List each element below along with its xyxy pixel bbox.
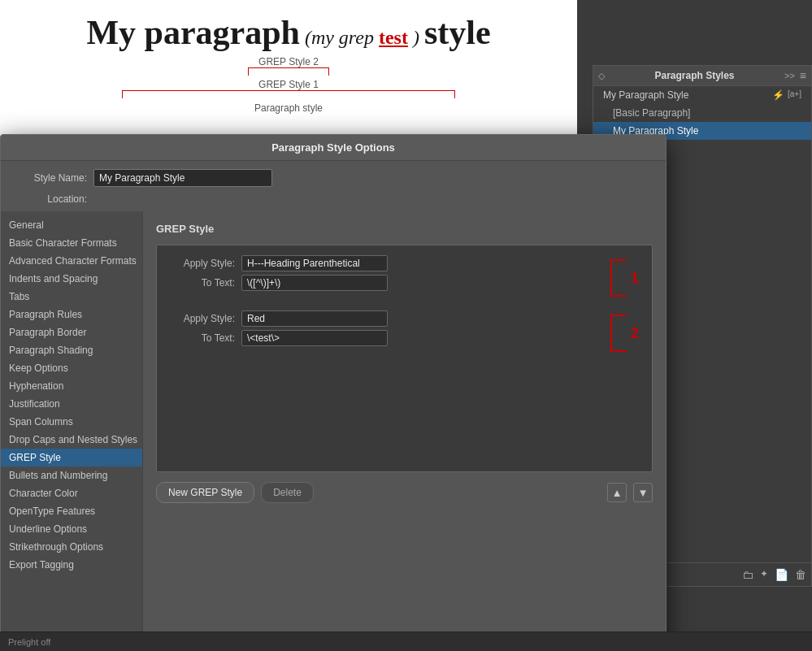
dialog-sidebar: General Basic Character Formats Advanced… [1,211,143,634]
grep-style-1-label: GREP Style 1 [258,79,319,90]
sidebar-item-paragraph-rules[interactable]: Paragraph Rules [1,306,142,323]
canvas-title-test: test [379,26,408,50]
sidebar-item-keep-options[interactable]: Keep Options [1,359,142,377]
move-up-button[interactable]: ▲ [607,483,627,502]
style-name-input[interactable] [93,169,272,187]
canvas-area: My paragraph (my grep test ) style GREP … [0,0,577,138]
panel-expand-icon[interactable]: >> [784,71,795,80]
bracket-number-1: 1 [631,270,639,287]
grep-style-2-label: GREP Style 2 [258,56,319,67]
grep-style-section-title: GREP Style [156,223,653,235]
apply-style-label-2: Apply Style: [170,313,235,324]
grep-entry-1: Apply Style: H---Heading Parenthetical T… [170,255,639,297]
panel-folder-icon[interactable]: 🗀 [742,568,753,581]
panel-items: My Paragraph Style [a+] ⚡ [Basic Paragra… [593,86,811,140]
down-arrow-icon: ▼ [637,487,648,499]
to-text-value-1[interactable]: \([^\)]+\) [241,275,388,291]
sidebar-item-export-tagging[interactable]: Export Tagging [1,556,142,574]
apply-style-label-1: Apply Style: [170,258,235,269]
grep-entry-2: Apply Style: Red To Text: \<test\> [170,310,639,353]
sidebar-item-advanced-character-formats[interactable]: Advanced Character Formats [1,252,142,270]
canvas-title-prefix: My paragraph [86,12,300,53]
style-name-label: Style Name: [14,172,87,184]
bottom-bar-text: Prelight off [8,637,50,647]
style-name-row: Style Name: [14,169,653,187]
delete-button[interactable]: Delete [261,482,314,503]
panel-style-icon[interactable]: ✦ [760,568,768,581]
dialog-title: Paragraph Style Options [271,141,395,154]
panel-collapse-icon[interactable]: ◇ [598,71,605,81]
grep-table: Apply Style: H---Heading Parenthetical T… [156,245,653,472]
bracket-svg-2 [603,314,627,353]
up-arrow-icon: ▲ [611,487,622,499]
sidebar-item-indents-and-spacing[interactable]: Indents and Spacing [1,270,142,288]
canvas-title-close: ) [413,26,419,50]
sidebar-item-justification[interactable]: Justification [1,395,142,413]
grep-row-apply-style-1: Apply Style: H---Heading Parenthetical [170,255,595,271]
grep-row-to-text-1: To Text: \([^\)]+\) [170,275,595,291]
sidebar-item-span-columns[interactable]: Span Columns [1,413,142,431]
sidebar-item-opentype-features[interactable]: OpenType Features [1,502,142,520]
paragraph-style-options-dialog: Paragraph Style Options Style Name: Loca… [0,134,667,651]
canvas-title-suffix: style [424,12,491,53]
to-text-label-2: To Text: [170,332,235,344]
move-down-button[interactable]: ▼ [633,483,653,502]
location-label: Location: [14,193,87,205]
sidebar-item-underline-options[interactable]: Underline Options [1,520,142,538]
bracket-number-2: 2 [631,325,639,342]
grep-row-apply-style-2: Apply Style: Red [170,310,595,327]
sidebar-item-strikethrough-options[interactable]: Strikethrough Options [1,538,142,556]
apply-style-value-2[interactable]: Red [241,310,388,327]
grep-style-1-bracket [122,90,455,98]
buttons-row: New GREP Style Delete ▲ ▼ [156,482,653,503]
location-row: Location: [14,193,653,205]
sidebar-item-tabs[interactable]: Tabs [1,288,142,306]
sidebar-item-bullets-and-numbering[interactable]: Bullets and Numbering [1,467,142,484]
panel-item-basic-paragraph[interactable]: [Basic Paragraph] [593,104,811,122]
sidebar-item-character-color[interactable]: Character Color [1,484,142,502]
panel-menu-icon[interactable]: ≡ [800,69,806,82]
sidebar-item-paragraph-shading[interactable]: Paragraph Shading [1,341,142,359]
panel-title: Paragraph Styles [654,70,734,81]
panel-new-icon[interactable]: 📄 [775,568,788,581]
dialog-body: General Basic Character Formats Advanced… [1,211,666,634]
grep-row-to-text-2: To Text: \<test\> [170,330,595,346]
sidebar-item-hyphenation[interactable]: Hyphenation [1,377,142,395]
grep-style-2-bracket [248,67,329,76]
bracket-svg-1 [603,258,627,297]
to-text-label-1: To Text: [170,277,235,289]
dialog-content: GREP Style Apply Style: H---Heading Pare… [143,211,666,634]
sidebar-item-paragraph-border[interactable]: Paragraph Border [1,323,142,341]
dialog-title-bar: Paragraph Style Options [1,135,666,161]
new-grep-style-button[interactable]: New GREP Style [156,482,254,503]
panel-header: ◇ Paragraph Styles >> ≡ [593,66,811,86]
bottom-bar: Prelight off [0,631,812,651]
panel-delete-icon[interactable]: 🗑 [795,568,806,581]
sidebar-item-basic-character-formats[interactable]: Basic Character Formats [1,234,142,252]
canvas-title-grep-open: (my grep [305,26,374,50]
to-text-value-2[interactable]: \<test\> [241,330,388,346]
sidebar-item-drop-caps-nested-styles[interactable]: Drop Caps and Nested Styles [1,431,142,449]
paragraph-style-label: Paragraph style [254,102,323,114]
panel-header-icons: >> ≡ [784,69,806,82]
sidebar-item-general[interactable]: General [1,216,142,234]
sidebar-item-grep-style[interactable]: GREP Style [1,449,142,467]
panel-item-my-paragraph-style-top[interactable]: My Paragraph Style [a+] ⚡ [593,86,811,104]
apply-style-value-1[interactable]: H---Heading Parenthetical [241,255,388,271]
